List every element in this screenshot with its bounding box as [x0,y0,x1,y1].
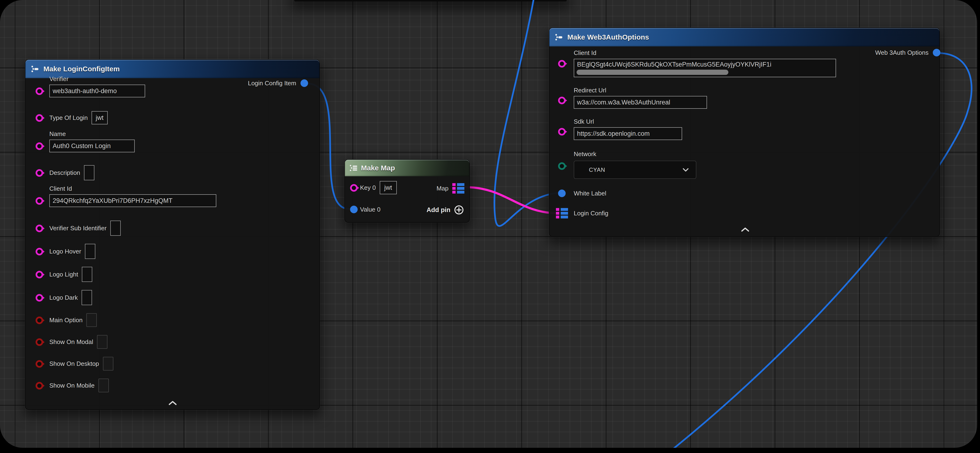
blueprint-graph-canvas[interactable]: Make LoginConfigItem Login Config Item V… [0,0,977,448]
pin-label: White Label [574,190,606,197]
output-row: Map [436,183,465,194]
row-show-on-mobile: Show On Mobile [49,379,109,393]
offscreen-node-shadow [294,0,567,2]
name-input[interactable]: Auth0 Custom Login [49,139,135,152]
row-white-label: White Label [574,186,606,200]
field-redirect-url-group: Redirect Url w3a://com.w3a.Web3AuthUnrea… [574,87,707,109]
node-title: Make Web3AuthOptions [567,33,649,41]
row-description: Description [49,166,94,180]
output-row: Login Config Item [248,79,308,87]
verifier-input[interactable]: web3auth-auth0-demo [49,85,145,97]
logo-light-input[interactable] [82,267,92,282]
row-logo-light: Logo Light [49,267,92,282]
pin-verifier-sub-identifier[interactable] [36,225,43,232]
client-id-input[interactable]: 294QRkchfq2YaXUbPri7D6PH7xzHgQMT [49,194,216,207]
pin-label: Login Config [574,210,608,217]
pin-key-0[interactable] [350,184,358,192]
sdk-url-input[interactable]: https://sdk.openlogin.com [574,127,682,140]
circled-plus-icon [454,205,464,215]
row-logo-hover: Logo Hover [49,244,95,258]
pin-label: Logo Dark [49,294,78,301]
field-verifier-group: Verifier web3auth-auth0-demo [49,75,145,97]
node-header[interactable]: Make Map [345,160,469,176]
add-pin-button[interactable]: Add pin [427,205,464,215]
main-option-checkbox[interactable] [86,313,97,327]
show-on-modal-checkbox[interactable] [97,335,107,349]
pin-label: Client Id [574,49,596,57]
pin-show-on-desktop[interactable] [36,360,43,368]
pin-value-0[interactable] [350,206,358,213]
pin-label: Show On Mobile [49,382,95,389]
chevron-up-icon[interactable] [168,401,178,405]
pin-label: Value 0 [360,206,380,213]
node-title: Make Map [361,164,395,172]
client-id-scrollbar[interactable] [577,70,729,75]
row-logo-dark: Logo Dark [49,290,92,305]
pin-network[interactable] [558,162,566,170]
pin-show-on-modal[interactable] [36,338,43,346]
pin-label: Verifier Sub Identifier [49,225,107,232]
description-input[interactable] [84,165,94,180]
chevron-up-icon[interactable] [740,227,750,232]
row-show-on-modal: Show On Modal [49,335,107,349]
node-header[interactable]: Make Web3AuthOptions [549,28,939,46]
logo-dark-input[interactable] [81,290,92,305]
key-0-input[interactable]: jwt [380,181,397,194]
type-of-login-input[interactable]: jwt [92,111,108,124]
client-id-input[interactable]: BEglQSgt4cUWcj6SKRdu5QkOXTsePmMcusG5EAoy… [574,59,836,77]
node-make-map[interactable]: Make Map Key 0 jwt Map Value 0 Add pin [344,159,470,223]
pin-logo-dark[interactable] [36,294,43,302]
pin-label: Sdk Url [574,118,682,125]
pin-name[interactable] [36,143,43,150]
make-struct-icon [30,65,39,73]
pin-web3auth-options-out[interactable] [933,49,940,56]
node-make-loginconfigitem[interactable]: Make LoginConfigItem Login Config Item V… [25,59,320,410]
pin-label: Show On Modal [49,338,93,346]
pin-label: Description [49,169,80,176]
network-dropdown[interactable]: CYAN [574,161,696,179]
pin-verifier[interactable] [36,87,43,95]
pin-main-option[interactable] [36,317,43,324]
verifier-sub-identifier-input[interactable] [110,220,121,236]
pin-logo-light[interactable] [36,271,43,279]
pin-login-config[interactable] [556,208,568,219]
pin-label: Logo Light [49,271,78,278]
wire-top-to-whitelabel[interactable] [494,0,558,226]
pin-white-label[interactable] [558,190,566,197]
make-map-icon [349,164,358,172]
pin-login-config-item-out[interactable] [301,79,308,87]
row-show-on-desktop: Show On Desktop [49,356,113,371]
row-login-config: Login Config [574,206,608,220]
pin-show-on-mobile[interactable] [36,382,43,390]
field-name-group: Name Auth0 Custom Login [49,130,135,152]
make-struct-icon [555,33,563,41]
pin-label: Logo Hover [49,248,81,255]
row-type-of-login: Type Of Login jwt [49,111,108,125]
row-value-0: Value 0 [360,202,380,217]
pin-label: Type Of Login [49,114,88,122]
node-make-web3authoptions[interactable]: Make Web3AuthOptions Web 3Auth Options C… [549,27,940,237]
chevron-down-icon [682,168,689,172]
output-pin-label: Map [436,185,449,192]
redirect-url-input[interactable]: w3a://com.w3a.Web3AuthUnreal [574,96,707,109]
pin-redirect-url[interactable] [558,97,566,104]
field-client-id-group: Client Id 294QRkchfq2YaXUbPri7D6PH7xzHgQ… [49,185,216,207]
pin-label: Client Id [49,185,216,192]
show-on-desktop-checkbox[interactable] [103,357,113,371]
output-pin-label: Web 3Auth Options [875,49,929,56]
pin-sdk-url[interactable] [558,128,566,136]
pin-label: Key 0 [360,184,376,192]
field-sdk-url-group: Sdk Url https://sdk.openlogin.com [574,118,682,140]
pin-logo-hover[interactable] [36,248,43,255]
client-id-text: BEglQSgt4cUWcj6SKRdu5QkOXTsePmMcusG5EAoy… [577,61,835,68]
map-container-icon[interactable] [452,183,465,194]
pin-label: Main Option [49,317,83,324]
row-verifier-sub-identifier: Verifier Sub Identifier [49,221,121,235]
pin-client-id[interactable] [558,60,566,68]
pin-client-id[interactable] [36,197,43,205]
show-on-mobile-checkbox[interactable] [99,379,109,392]
pin-description[interactable] [36,169,43,177]
logo-hover-input[interactable] [85,244,95,259]
pin-type-of-login[interactable] [36,114,43,122]
wire-map-to-loginconfig[interactable] [465,187,558,213]
